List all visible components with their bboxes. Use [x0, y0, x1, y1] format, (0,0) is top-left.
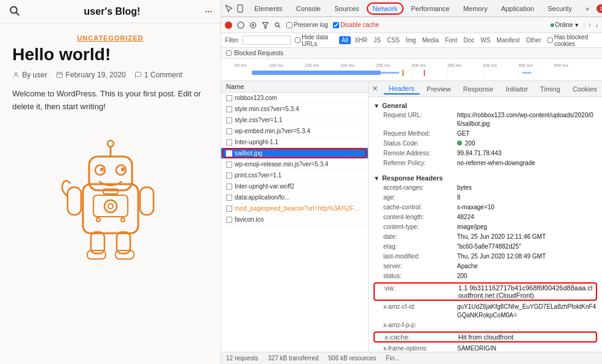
tab-headers[interactable]: Headers — [384, 83, 420, 95]
filter-media[interactable]: Media — [420, 36, 441, 44]
filter-css[interactable]: CSS — [385, 36, 402, 44]
file-item[interactable]: wp-embed.min.js?ver=5.3.4 — [221, 126, 368, 137]
file-item[interactable]: Inter-upright-1.1 — [221, 137, 368, 148]
file-checkbox[interactable] — [226, 217, 232, 223]
age-key: age: — [383, 193, 457, 202]
tab-memory[interactable]: Memory — [457, 2, 494, 15]
file-checkbox[interactable] — [226, 117, 232, 123]
search-network-icon[interactable] — [274, 21, 281, 29]
headers-content: ▼ General Request URL: https://robbox123… — [369, 97, 602, 352]
tab-application[interactable]: Application — [495, 2, 541, 15]
filter-img[interactable]: Img — [404, 36, 419, 44]
online-chevron[interactable]: ▼ — [574, 22, 579, 28]
online-selector[interactable]: Online ▼ — [550, 21, 580, 28]
file-item[interactable]: robbox123.com — [221, 93, 368, 104]
tab-network[interactable]: Network — [367, 2, 404, 15]
hide-data-urls-check[interactable]: Hide data URLs — [295, 34, 335, 47]
file-checkbox[interactable] — [226, 150, 232, 157]
author-text: By user — [22, 71, 47, 79]
file-item[interactable]: style.css?ver=1.1 — [221, 115, 368, 126]
inspect-icon[interactable] — [225, 4, 233, 13]
blog-menu-dots[interactable]: ··· — [205, 5, 212, 18]
hide-data-urls-input[interactable] — [295, 37, 300, 43]
devtools-panel: Elements Console Sources Network Perform… — [221, 0, 602, 364]
robot-svg — [49, 123, 172, 264]
remote-address-row: Remote Address: 99.84.71.78:443 — [373, 149, 597, 158]
response-section-header[interactable]: ▼ Response Headers — [373, 172, 597, 183]
file-item[interactable]: style.min.css?ver=5.3.4 — [221, 104, 368, 115]
tab-elements[interactable]: Elements — [248, 2, 289, 15]
tab-timing[interactable]: Timing — [535, 84, 565, 94]
tab-console[interactable]: Console — [290, 2, 327, 15]
filter-bar: Filter Hide data URLs All XHR JS CSS Img… — [221, 33, 602, 48]
filter-manifest[interactable]: Manifest — [494, 36, 522, 44]
file-checkbox[interactable] — [226, 106, 232, 112]
file-item[interactable]: data:application/fo... — [221, 192, 368, 203]
download-icon[interactable]: ↓ — [595, 21, 598, 28]
filter-xhr[interactable]: XHR — [352, 36, 370, 44]
svg-rect-16 — [93, 195, 128, 217]
tab-security[interactable]: Security — [541, 2, 578, 15]
file-checkbox[interactable] — [226, 206, 232, 212]
blocked-requests-checkbox[interactable] — [226, 50, 232, 56]
file-checkbox[interactable] — [226, 95, 232, 101]
file-name: favicon.ico — [235, 216, 264, 223]
date-key: date: — [383, 233, 457, 241]
file-item[interactable]: print.css?ver=1.1 — [221, 170, 368, 181]
filter-input[interactable] — [242, 36, 291, 45]
tab-performance[interactable]: Performance — [405, 2, 456, 15]
sailbot-file-item[interactable]: sailbot.jpg — [221, 148, 368, 159]
has-blocked-cookies-input[interactable] — [547, 37, 553, 43]
post-category[interactable]: UNCATEGORIZED — [12, 34, 208, 42]
close-btn[interactable]: ✕ — [372, 85, 378, 93]
tab-response[interactable]: Response — [458, 84, 499, 94]
content-type-value: image/jpeg — [457, 223, 487, 231]
tab-cookies[interactable]: Cookies — [568, 84, 602, 94]
file-item[interactable]: wp-emoji-release.min.js?ver=5.3.4 — [221, 159, 368, 170]
file-item[interactable]: Inter-upright-var.woff2 — [221, 181, 368, 192]
svg-rect-57 — [522, 72, 531, 74]
file-checkbox[interactable] — [226, 172, 232, 179]
svg-point-10 — [108, 141, 114, 147]
file-checkbox[interactable] — [226, 128, 232, 134]
file-item[interactable]: mod_pagespeed_beacon?url=http%3A%2F%2Fro… — [221, 203, 368, 214]
filter-types: All XHR JS CSS Img Media Font Doc WS Man… — [339, 36, 544, 44]
filter-all[interactable]: All — [339, 36, 351, 44]
svg-rect-55 — [402, 70, 404, 76]
svg-rect-54 — [381, 72, 399, 74]
upload-icon[interactable]: ↑ — [588, 21, 592, 28]
filter-button[interactable] — [262, 21, 269, 29]
blocked-requests-bar: Blocked Requests — [221, 48, 602, 59]
filter-other[interactable]: Other — [523, 36, 544, 44]
x-cache-value: Hit from cloudfront — [458, 333, 514, 341]
clear-button[interactable] — [249, 21, 257, 29]
x-cache-key: x-cache: — [385, 333, 458, 341]
has-blocked-cookies-check[interactable]: Has blocked cookies — [547, 34, 598, 47]
file-checkbox[interactable] — [226, 195, 232, 201]
preserve-log-input[interactable] — [286, 22, 292, 28]
requests-count: 12 requests — [226, 355, 258, 362]
tab-sources[interactable]: Sources — [328, 2, 365, 15]
file-item[interactable]: favicon.ico — [221, 214, 368, 225]
general-section-header[interactable]: ▼ General — [373, 99, 597, 110]
tab-more[interactable]: » — [579, 2, 595, 15]
file-checkbox[interactable] — [226, 139, 232, 145]
stop-button[interactable] — [237, 21, 244, 29]
filter-doc[interactable]: Doc — [461, 36, 477, 44]
filter-font[interactable]: Font — [442, 36, 459, 44]
file-checkbox[interactable] — [226, 161, 232, 168]
filter-ws[interactable]: WS — [478, 36, 493, 44]
file-checkbox[interactable] — [226, 184, 232, 190]
disable-cache-checkbox[interactable]: Disable cache — [333, 21, 379, 28]
search-icon[interactable] — [9, 5, 20, 18]
preserve-log-checkbox[interactable]: Preserve log — [286, 21, 328, 28]
disable-cache-input[interactable] — [333, 22, 339, 28]
record-button[interactable] — [225, 21, 232, 29]
age-row: age: 8 — [373, 193, 597, 203]
post-body-text: Welcome to WordPress. This is your first… — [12, 89, 201, 111]
file-name: wp-emoji-release.min.js?ver=5.3.4 — [235, 161, 329, 168]
tab-initiator[interactable]: Initiator — [501, 84, 533, 94]
device-icon[interactable] — [236, 4, 244, 13]
tab-preview[interactable]: Preview — [422, 84, 456, 94]
filter-js[interactable]: JS — [371, 36, 383, 44]
